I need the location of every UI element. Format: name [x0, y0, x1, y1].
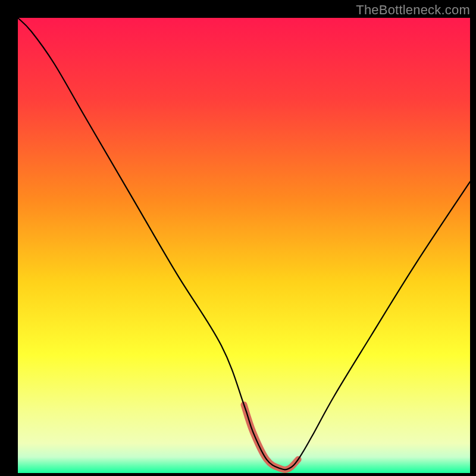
chart-container: TheBottleneck.com: [0, 0, 476, 476]
bottleneck-chart: [0, 0, 476, 476]
